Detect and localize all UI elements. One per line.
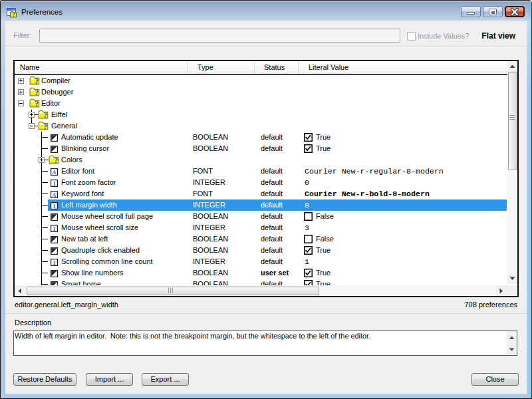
svg-text:?: ? (35, 76, 39, 85)
svg-text:1: 1 (53, 225, 56, 231)
svg-text:?: ? (43, 110, 47, 119)
svg-text:?: ? (35, 99, 39, 108)
svg-text:?: ? (12, 11, 15, 18)
svg-text:1: 1 (53, 259, 56, 265)
svg-text:?: ? (54, 156, 58, 164)
svg-text:?: ? (43, 122, 47, 130)
svg-text:A: A (52, 168, 57, 175)
svg-text:1: 1 (53, 202, 56, 209)
svg-text:1: 1 (53, 180, 56, 186)
svg-text:A: A (52, 191, 57, 198)
svg-text:?: ? (35, 88, 39, 96)
